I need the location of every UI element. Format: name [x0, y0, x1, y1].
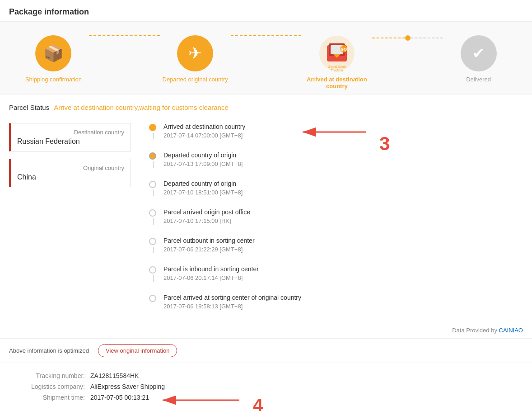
footer-bar: Above information is optimized View orig…: [0, 338, 532, 363]
step-label-shipping: Shipping confirmation: [25, 76, 82, 83]
timeline-date-text: 2017-07-14 07:00:00 [GMT+8]: [163, 132, 245, 139]
timeline-event-text: Parcel is inbound in sorting center: [163, 265, 259, 273]
timeline-dot: [149, 152, 156, 160]
timeline-dot: [149, 124, 156, 131]
optimized-text: Above information is optimized: [9, 347, 89, 354]
timeline-line: [153, 133, 154, 139]
dashed-line-2: [231, 35, 302, 36]
departed-icon: ✈: [188, 44, 202, 63]
shipment-time-row: Shipment time: 2017-07-05 00:13:21: [18, 394, 514, 401]
logistics-label: Logistics company:: [18, 383, 90, 390]
timeline-line: [153, 247, 154, 253]
step-circle-delivered: ✔: [461, 35, 497, 71]
timeline-date-text: 2017-07-06 21:22:29 [GMT+8]: [163, 246, 255, 253]
progress-tracker: 📦 Shipping confirmation ✈ Departed origi…: [0, 22, 532, 94]
timeline-date-text: 2017-07-10 17:15:00 [HK]: [163, 217, 250, 224]
svg-text:Global Order: Global Order: [328, 65, 346, 68]
timeline-date-text: 2017-07-13 17:09:00 [GMT+8]: [163, 161, 243, 167]
timeline-panel: Arrived at destination country2017-07-14…: [140, 123, 523, 322]
timeline-item: Parcel outbount in sorting center2017-07…: [149, 237, 514, 253]
timeline-content: Departed country of origin2017-07-10 18:…: [163, 180, 243, 196]
timeline-dot: [149, 209, 156, 217]
timeline-content: Arrived at destination country2017-07-14…: [163, 123, 245, 139]
logistics-row: Logistics company: AliExpress Saver Ship…: [18, 383, 514, 390]
timeline-line: [153, 190, 154, 196]
timeline-line: [153, 275, 154, 282]
timeline-event-text: Parcel arrived at sorting center of orig…: [163, 294, 301, 301]
timeline-dot: [149, 266, 156, 274]
connector-3: [372, 35, 443, 59]
origin-value: China: [17, 173, 124, 181]
timeline-date-text: 2017-07-10 18:51:00 [GMT+8]: [163, 189, 243, 196]
parcel-status-text: Arrive at destination country,waiting fo…: [54, 104, 229, 111]
timeline-line: [153, 218, 154, 225]
svg-text:Tracking: Tracking: [331, 69, 343, 71]
dashed-line-1: [89, 35, 160, 36]
parcel-status-line: Parcel Status Arrive at destination coun…: [9, 104, 523, 111]
step-circle-shipping: 📦: [35, 35, 71, 71]
step-label-arrived: Arrived at destination country: [301, 76, 372, 90]
shipment-details: Tracking number: ZA128115584HK Logistics…: [0, 363, 532, 411]
origin-label: Original country: [17, 165, 124, 171]
left-panel: Destination country Russian Federation O…: [9, 123, 140, 322]
timeline-item: Departed country of origin2017-07-13 17:…: [149, 151, 514, 167]
data-provided-text: Data Provided by: [452, 327, 497, 334]
timeline-content: Departed country of origin2017-07-13 17:…: [163, 151, 243, 167]
origin-card: Original country China: [9, 159, 131, 187]
tracking-label: Tracking number:: [18, 372, 90, 379]
page-header: Package information: [0, 0, 532, 22]
timeline-date-text: 2017-07-06 19:58:13 [GMT+8]: [163, 303, 301, 310]
timeline-date-text: 2017-07-06 20:17:14 [GMT+8]: [163, 274, 259, 281]
page-title: Package information: [9, 7, 89, 16]
status-section: Parcel Status Arrive at destination coun…: [0, 94, 532, 123]
step-circle-departed: ✈: [177, 35, 213, 71]
dashed-line-3b: [411, 38, 443, 38]
timeline-container: Arrived at destination country2017-07-14…: [149, 123, 514, 310]
tracker-step-shipping: 📦 Shipping confirmation: [18, 35, 89, 83]
data-provided: Data Provided by CAINIAO: [0, 322, 532, 338]
timeline-item: Parcel arrived origin post office2017-07…: [149, 208, 514, 224]
timeline-content: Parcel is inbound in sorting center2017-…: [163, 265, 259, 281]
connector-1: [89, 35, 160, 54]
timeline-event-text: Parcel outbount in sorting center: [163, 237, 255, 244]
main-content: Destination country Russian Federation O…: [0, 123, 532, 322]
timeline-item: Parcel is inbound in sorting center2017-…: [149, 265, 514, 281]
cainiao-link[interactable]: CAINIAO: [499, 327, 523, 334]
tracker-step-arrived: GO Global Order Tracking Arrived at dest…: [301, 35, 372, 90]
destination-value: Russian Federation: [17, 137, 124, 146]
tracker-step-departed: ✈ Departed original country: [160, 35, 231, 83]
page-wrapper: Package information 📦 Shipping confirmat…: [0, 0, 532, 411]
step-label-delivered: Delivered: [466, 76, 491, 83]
timeline-event-text: Departed country of origin: [163, 180, 243, 187]
timeline-dot: [149, 238, 156, 245]
timeline-content: Parcel arrived origin post office2017-07…: [163, 208, 250, 224]
arrived-svg-icon: GO Global Order Tracking: [319, 35, 355, 71]
timeline-content: Parcel outbount in sorting center2017-07…: [163, 237, 255, 253]
tracker-step-delivered: ✔ Delivered: [443, 35, 514, 83]
tracking-row: Tracking number: ZA128115584HK: [18, 372, 514, 379]
parcel-status-label: Parcel Status: [9, 104, 49, 111]
destination-label: Destination country: [17, 129, 124, 136]
timeline-content: Parcel arrived at sorting center of orig…: [163, 294, 301, 310]
timeline-dot: [149, 181, 156, 188]
shipment-time-label: Shipment time:: [18, 394, 90, 401]
shipping-icon: 📦: [43, 44, 64, 63]
timeline-item: Parcel arrived at sorting center of orig…: [149, 294, 514, 310]
connector-2: [231, 35, 302, 54]
dashed-line-3a: [372, 38, 405, 38]
timeline-line: [153, 161, 154, 168]
step-label-departed: Departed original country: [163, 76, 228, 83]
step-circle-arrived: GO Global Order Tracking: [319, 35, 355, 71]
timeline-item: Departed country of origin2017-07-10 18:…: [149, 180, 514, 196]
timeline-event-text: Arrived at destination country: [163, 123, 245, 130]
timeline-event-text: Parcel arrived origin post office: [163, 208, 250, 216]
timeline-dot: [149, 295, 156, 302]
connector-dot: [405, 35, 411, 41]
view-original-button[interactable]: View original information: [98, 344, 177, 357]
tracking-value: ZA128115584HK: [90, 372, 139, 379]
delivered-icon: ✔: [472, 45, 485, 62]
timeline-item: Arrived at destination country2017-07-14…: [149, 123, 514, 139]
svg-text:GO: GO: [341, 47, 347, 52]
shipment-time-value: 2017-07-05 00:13:21: [90, 394, 149, 401]
timeline-event-text: Departed country of origin: [163, 151, 243, 159]
